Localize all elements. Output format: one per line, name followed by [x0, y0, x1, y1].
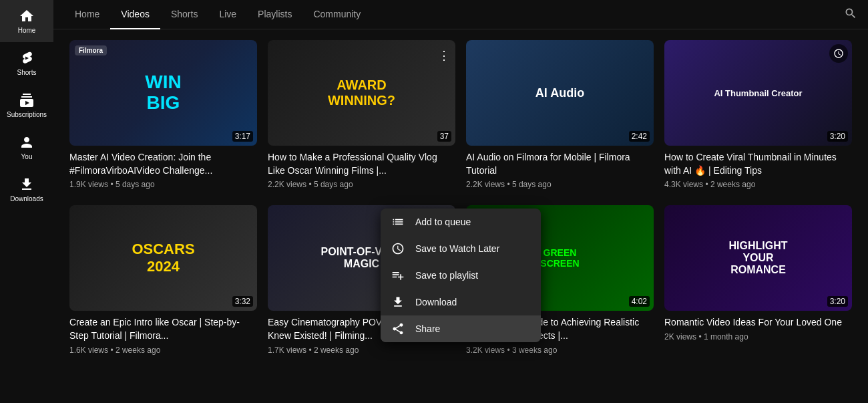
home-icon	[19, 8, 35, 24]
duration-v7: 4:02	[629, 296, 650, 307]
video-meta-v6: 1.7K views • 2 weeks ago	[268, 346, 455, 355]
thumbnail-v4: AI Thumbnail Creator 3:20	[664, 40, 852, 146]
you-icon	[19, 134, 35, 150]
video-title-v1: Master AI Video Creation: Join the #Film…	[69, 151, 257, 177]
thumb-overlay-v3: AI Audio	[535, 86, 584, 100]
queue-icon	[391, 215, 405, 229]
watch-later-icon	[391, 242, 405, 255]
video-title-v2: How to Make a Professional Quality Vlog …	[268, 151, 455, 177]
video-card-v1[interactable]: WINBIG Filmora 3:17 Master AI Video Crea…	[69, 40, 257, 189]
duration-v3: 2:42	[629, 131, 650, 142]
download-label: Download	[415, 297, 457, 307]
thumb-overlay-v8: HIGHLIGHTYOURROMANCE	[729, 240, 788, 276]
sidebar-item-downloads-label: Downloads	[10, 195, 43, 203]
thumb-overlay-v7: GREENSCREEN	[540, 247, 579, 269]
thumb-overlay-v5: OSCARS2024	[132, 241, 194, 275]
sidebar-item-subscriptions-label: Subscriptions	[7, 111, 47, 118]
video-title-v5: Create an Epic Intro like Oscar | Step-b…	[69, 316, 257, 342]
duration-v2: 37	[437, 131, 451, 142]
menu-item-queue[interactable]: Add to queue	[381, 209, 541, 235]
video-card-v3[interactable]: AI Audio 2:42 AI Audio on Filmora for Mo…	[466, 40, 654, 189]
video-meta-v7: 3.2K views • 3 weeks ago	[466, 346, 654, 355]
share-label: Share	[415, 323, 440, 334]
video-meta-v8: 2K views • 1 month ago	[664, 332, 852, 342]
sidebar-item-shorts[interactable]: Shorts	[0, 42, 53, 84]
downloads-icon	[19, 176, 35, 192]
sidebar-item-you-label: You	[21, 153, 33, 160]
menu-item-share[interactable]: Share	[381, 315, 541, 342]
video-grid: WINBIG Filmora 3:17 Master AI Video Crea…	[53, 29, 868, 403]
subscriptions-icon	[19, 92, 35, 108]
video-title-v8: Romantic Video Ideas For Your Loved One	[664, 316, 852, 329]
thumbnail-v2: AWARDWINNING? 37	[268, 40, 455, 146]
thumbnail-v5: OSCARS2024 3:32	[69, 205, 257, 311]
menu-item-watch-later[interactable]: Save to Watch Later	[381, 235, 541, 262]
duration-v5: 3:32	[232, 296, 253, 307]
sidebar-item-subscriptions[interactable]: Subscriptions	[0, 84, 53, 126]
search-icon[interactable]	[844, 7, 857, 23]
tab-community[interactable]: Community	[302, 0, 371, 29]
sidebar-item-you[interactable]: You	[0, 126, 53, 168]
video-info-v5: Create an Epic Intro like Oscar | Step-b…	[69, 316, 257, 354]
video-meta-v3: 2.2K views • 5 days ago	[466, 180, 654, 189]
playlist-icon	[391, 269, 405, 282]
playlist-label: Save to playlist	[415, 270, 478, 281]
duration-v4: 3:20	[827, 131, 848, 142]
queue-label: Add to queue	[415, 217, 471, 227]
filmora-badge-v1: Filmora	[75, 45, 107, 55]
sidebar-item-downloads[interactable]: Downloads	[0, 168, 53, 211]
context-menu: Add to queue Save to Watch Later Save to…	[381, 209, 541, 342]
thumbnail-v3: AI Audio 2:42	[466, 40, 654, 146]
tab-home[interactable]: Home	[64, 0, 110, 29]
sidebar-item-shorts-label: Shorts	[17, 69, 37, 76]
clock-icon-v4	[829, 44, 848, 63]
download-icon	[391, 295, 405, 309]
sidebar-item-home[interactable]: Home	[0, 0, 53, 42]
thumbnail-v1: WINBIG Filmora 3:17	[69, 40, 257, 146]
video-card-v2[interactable]: AWARDWINNING? 37 ⋮ How to Make a Profess…	[268, 40, 455, 189]
duration-v1: 3:17	[232, 131, 253, 142]
share-icon	[391, 322, 405, 335]
sidebar-item-home-label: Home	[18, 27, 36, 34]
thumb-overlay-v2: AWARDWINNING?	[328, 78, 395, 108]
video-card-v8[interactable]: HIGHLIGHTYOURROMANCE 3:20 Romantic Video…	[664, 205, 852, 354]
video-meta-v4: 4.3K views • 2 weeks ago	[664, 180, 852, 189]
shorts-icon	[19, 50, 35, 66]
video-title-v4: How to Create Viral Thumbnail in Minutes…	[664, 151, 852, 177]
thumb-overlay-v1: WINBIG	[145, 72, 181, 114]
video-info-v4: How to Create Viral Thumbnail in Minutes…	[664, 151, 852, 189]
menu-item-playlist[interactable]: Save to playlist	[381, 262, 541, 289]
tab-playlists[interactable]: Playlists	[247, 0, 302, 29]
video-info-v3: AI Audio on Filmora for Mobile | Filmora…	[466, 151, 654, 189]
video-card-v4[interactable]: AI Thumbnail Creator 3:20 How to Create …	[664, 40, 852, 189]
main-content: Home Videos Shorts Live Playlists Commun…	[53, 0, 868, 403]
video-meta-v5: 1.6K views • 2 weeks ago	[69, 346, 257, 355]
video-info-v1: Master AI Video Creation: Join the #Film…	[69, 151, 257, 189]
watch-later-label: Save to Watch Later	[415, 243, 499, 254]
video-info-v2: How to Make a Professional Quality Vlog …	[268, 151, 455, 189]
tab-live[interactable]: Live	[208, 0, 247, 29]
duration-v8: 3:20	[827, 296, 848, 307]
more-options-button-v2[interactable]: ⋮	[435, 45, 453, 65]
tab-videos[interactable]: Videos	[110, 0, 160, 29]
thumbnail-v8: HIGHLIGHTYOURROMANCE 3:20	[664, 205, 852, 311]
video-card-v5[interactable]: OSCARS2024 3:32 Create an Epic Intro lik…	[69, 205, 257, 354]
video-info-v8: Romantic Video Ideas For Your Loved One …	[664, 316, 852, 342]
thumb-overlay-v4: AI Thumbnail Creator	[714, 88, 802, 98]
video-meta-v2: 2.2K views • 5 days ago	[268, 180, 455, 189]
sidebar: Home Shorts Subscriptions You Downloads	[0, 0, 53, 403]
tab-shorts[interactable]: Shorts	[160, 0, 208, 29]
video-title-v3: AI Audio on Filmora for Mobile | Filmora…	[466, 151, 654, 177]
video-row-1: WINBIG Filmora 3:17 Master AI Video Crea…	[69, 40, 852, 189]
video-meta-v1: 1.9K views • 5 days ago	[69, 180, 257, 189]
menu-item-download[interactable]: Download	[381, 289, 541, 315]
channel-tabs: Home Videos Shorts Live Playlists Commun…	[53, 0, 868, 29]
